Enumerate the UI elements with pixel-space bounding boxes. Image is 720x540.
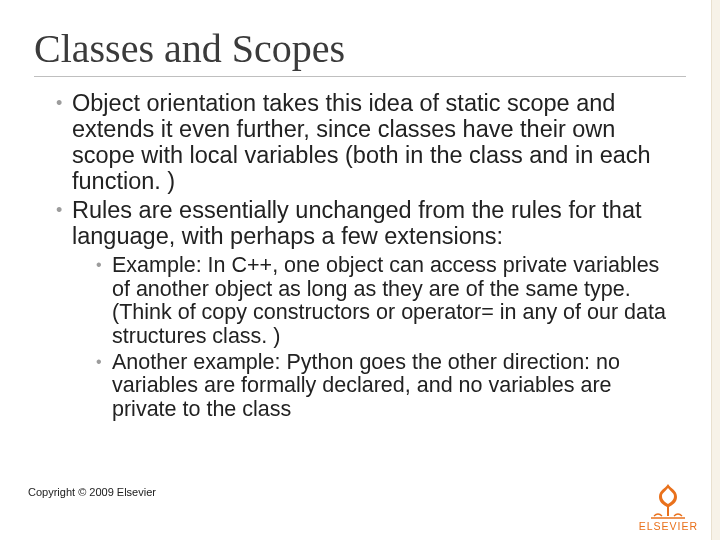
accent-bar	[711, 0, 720, 540]
bullet-list: Object orientation takes this idea of st…	[56, 91, 668, 422]
bullet-text: Another example: Python goes the other d…	[112, 350, 620, 421]
bullet-text: Rules are essentially unchanged from the…	[72, 197, 642, 249]
publisher-brand: ELSEVIER	[639, 480, 698, 532]
list-item: Example: In C++, one object can access p…	[96, 254, 668, 349]
list-item: Rules are essentially unchanged from the…	[56, 198, 668, 421]
slide-title: Classes and Scopes	[0, 0, 720, 70]
slide: Classes and Scopes Object orientation ta…	[0, 0, 720, 540]
list-item: Object orientation takes this idea of st…	[56, 91, 668, 194]
sub-bullet-list: Example: In C++, one object can access p…	[72, 254, 668, 421]
elsevier-tree-icon	[645, 480, 691, 520]
bullet-text: Example: In C++, one object can access p…	[112, 253, 666, 348]
list-item: Another example: Python goes the other d…	[96, 351, 668, 422]
publisher-name: ELSEVIER	[639, 520, 698, 532]
slide-body: Object orientation takes this idea of st…	[0, 77, 720, 422]
copyright-notice: Copyright © 2009 Elsevier	[28, 486, 156, 498]
bullet-text: Object orientation takes this idea of st…	[72, 90, 651, 194]
